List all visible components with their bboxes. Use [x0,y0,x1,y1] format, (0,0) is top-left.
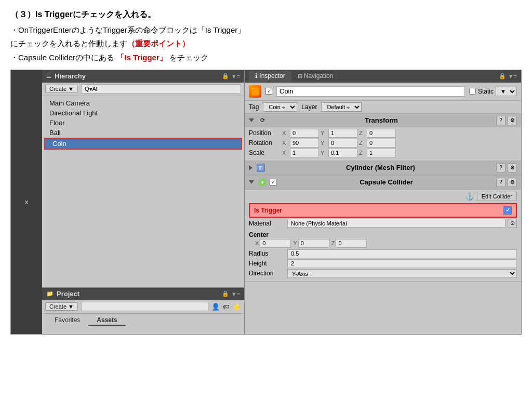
hierarchy-toolbar: Create ▼ [42,83,244,96]
capsule-gear-btn[interactable]: ⚙ [508,178,517,187]
capsule-collider-header[interactable]: ● ✓ Capsule Collider ? ⚙ [245,176,521,190]
instruction-title: （３）Is Triggerにチェックを入れる。 [10,7,522,21]
rot-y-input[interactable] [328,139,357,148]
capsule-collider-component: ● ✓ Capsule Collider ? ⚙ ⚓ Edit Collider [245,176,521,282]
scale-x-input[interactable] [290,149,319,157]
hierarchy-item-directional-light[interactable]: Directional Light [42,108,244,118]
project-tabs: Favorites Assets [42,314,244,327]
rotation-row: Rotation X Y Z [249,139,517,148]
transform-header[interactable]: ⟳ Transform ? ⚙ [245,114,521,127]
pos-y-input[interactable] [328,129,357,138]
line4-text1: ・Capsule Colliderの中にある [10,53,116,62]
direction-row: Direction Y-Axis ÷ [249,269,517,278]
hierarchy-item-ball[interactable]: Ball [42,128,244,138]
hierarchy-item-coin[interactable]: Coin [44,138,242,150]
star-icon: ⭐ [233,303,241,311]
project-header: 📁 Project 🔒 ▼= [42,288,244,300]
hierarchy-list: Main Camera Directional Light Floor Ball… [42,96,244,287]
tab-inspector[interactable]: ℹ Inspector [249,71,291,82]
center-z-input[interactable] [336,239,367,248]
mesh-filter-gear-btn[interactable]: ⚙ [508,163,517,172]
static-dropdown[interactable]: ▼ [496,87,517,96]
capsule-collider-title: Capsule Collider [280,178,493,186]
capsule-collider-icon: ● [258,178,267,187]
tag-icon: 🏷 [223,303,230,311]
tab-navigation[interactable]: ⊞ Navigation [291,71,340,82]
hierarchy-search-input[interactable] [81,84,241,94]
person-icon: 👤 [211,303,220,311]
hierarchy-item-floor[interactable]: Floor [42,118,244,128]
project-menu-icon: ▼= [231,291,240,297]
gameobject-name-input[interactable] [276,86,465,97]
height-input[interactable] [287,259,517,268]
rotation-label: Rotation [249,139,280,147]
inspector-lock-icon: 🔒 [499,73,506,79]
project-tab-assets[interactable]: Assets [88,315,125,326]
hierarchy-create-button[interactable]: Create ▼ [45,85,78,93]
center-x-input[interactable] [260,239,291,248]
hierarchy-panel: ☰ Hierarchy 🔒 ▼= Create ▼ Main Camera Di… [42,70,245,334]
transform-gear-btn[interactable]: ⚙ [508,116,517,125]
project-search-input[interactable] [81,302,208,311]
rot-x-input[interactable] [290,139,319,148]
project-tab-favorites[interactable]: Favorites [46,315,88,326]
tag-dropdown[interactable]: Coin ÷ [263,102,297,112]
rot-z-input[interactable] [367,139,396,148]
title-text: （３）Is Triggerにチェックを入れる。 [10,10,156,19]
edit-collider-icon: ⚓ [465,192,474,201]
height-label: Height [249,260,285,267]
transform-help-btn[interactable]: ? [496,116,506,125]
inspector-scroll[interactable]: 🟧 ✓ Static ▼ Tag Coin ÷ [245,83,521,334]
important-point: （重要ポイント） [127,39,190,48]
material-browse-btn[interactable]: ⊙ [508,219,517,228]
inspector-panel: ℹ Inspector ⊞ Navigation 🔒 ▼= 🟧 ✓ [245,70,521,334]
instruction-line3: にチェックを入れると作動します（重要ポイント） [10,37,522,50]
capsule-help-btn[interactable]: ? [496,178,506,187]
hierarchy-header: ☰ Hierarchy 🔒 ▼= [42,70,244,83]
center-section: Center X Y Z [249,229,517,249]
material-label: Material [249,220,285,227]
layer-label: Layer [301,103,317,111]
mesh-filter-header[interactable]: ⊞ Cylinder (Mesh Filter) ? ⚙ [245,161,521,175]
scale-y-input[interactable] [328,149,357,157]
material-row: Material ⊙ [249,219,517,228]
is-trigger-row: Is Trigger ✓ [249,203,517,218]
pos-z-input[interactable] [367,129,396,138]
mesh-filter-icon: ⊞ [257,164,265,172]
is-trigger-checkbox[interactable]: ✓ [503,206,512,215]
center-y-input[interactable] [298,239,329,248]
layer-dropdown[interactable]: Default ÷ [321,102,362,112]
scale-z-input[interactable] [367,149,396,157]
tag-layer-row: Tag Coin ÷ Layer Default ÷ [245,101,521,114]
x-label: x [24,198,28,206]
inspector-menu-icon: ▼= [508,73,517,79]
is-trigger-label: Is Trigger [254,207,499,214]
instruction-line4: ・Capsule Colliderの中にある 「Is Trigger」 をチェッ… [10,51,522,64]
mesh-filter-component: ⊞ Cylinder (Mesh Filter) ? ⚙ [245,161,521,176]
pos-x-input[interactable] [290,129,319,138]
hierarchy-icon: ☰ [46,73,51,79]
unity-editor: x ☰ Hierarchy 🔒 ▼= Create ▼ Main Camera [10,70,522,335]
capsule-enabled-checkbox[interactable]: ✓ [270,179,276,185]
line2-text: ・OnTriggerEnterのようなTrigger系の命令ブロックは「Is T… [10,25,245,34]
tag-label: Tag [249,103,259,111]
project-create-button[interactable]: Create ▼ [45,302,78,311]
collider-body: ⚓ Edit Collider Is Trigger ✓ Material [245,190,521,281]
edit-collider-row: ⚓ Edit Collider [249,192,517,201]
scale-label: Scale [249,149,280,156]
height-row: Height [249,259,517,268]
hierarchy-title: Hierarchy [55,72,86,80]
material-input[interactable] [287,219,506,228]
edit-collider-button[interactable]: Edit Collider [477,192,517,201]
line4-text2: をチェック [167,53,208,62]
mesh-filter-title: Cylinder (Mesh Filter) [268,164,493,171]
gameobject-active-checkbox[interactable]: ✓ [265,88,272,95]
hierarchy-item-main-camera[interactable]: Main Camera [42,98,244,108]
lock-icon: 🔒 [222,73,229,79]
radius-input[interactable] [287,249,517,258]
static-checkbox[interactable] [469,88,476,95]
mesh-filter-help-btn[interactable]: ? [496,163,506,172]
direction-dropdown[interactable]: Y-Axis ÷ [287,269,517,278]
project-toolbar: Create ▼ 👤 🏷 ⭐ [42,300,244,314]
position-row: Position X Y Z [249,129,517,138]
